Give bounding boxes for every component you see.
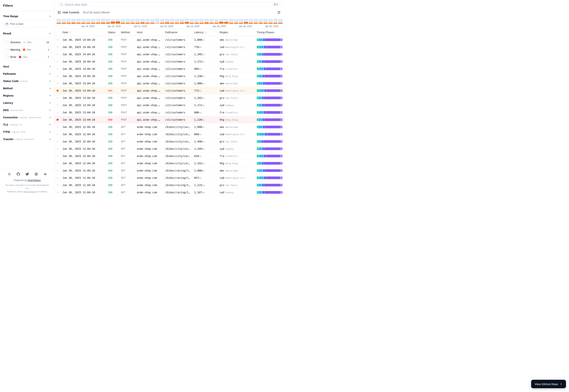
table-row[interactable]: Jan 30, 2025 12:04:10 200 GET acme-shop.… (55, 152, 284, 160)
filter-section-pathname[interactable]: Pathname (3, 70, 51, 77)
cell-indicator[interactable] (55, 87, 60, 94)
twitter-link[interactable] (26, 172, 29, 176)
cell-indicator[interactable] (55, 160, 60, 167)
cell-indicator[interactable] (55, 174, 60, 182)
histogram-bar[interactable] (150, 19, 155, 24)
table-row[interactable]: Jan 30, 2025 12:04:10 200 GET acme-shop.… (55, 123, 284, 131)
table-row[interactable]: Jan 30, 2025 12:04:10 200 GET acme-shop.… (55, 160, 284, 167)
cell-indicator[interactable] (55, 167, 60, 174)
cell-indicator[interactable] (55, 58, 60, 65)
header-latency[interactable]: Latency (192, 29, 218, 36)
histogram-bar[interactable] (170, 19, 174, 24)
histogram-bar[interactable] (56, 19, 61, 24)
histogram-bar[interactable] (160, 19, 165, 24)
histogram-bar[interactable] (116, 19, 120, 24)
result-checkbox[interactable] (5, 41, 8, 44)
theme-toggle-button[interactable] (8, 172, 11, 176)
table-row[interactable]: Jan 30, 2025 12:04:10 200 GET acme-shop.… (55, 131, 284, 138)
histogram-bar[interactable] (194, 19, 199, 24)
histogram-bar[interactable] (76, 19, 81, 24)
histogram-bar[interactable] (264, 19, 268, 24)
histogram-bar[interactable] (219, 19, 223, 24)
histogram-bar[interactable] (71, 19, 76, 24)
table-row[interactable]: Jan 30, 2025 14:04:10 200 POST api.acme-… (55, 72, 284, 80)
table-row[interactable]: Jan 30, 2025 13:04:10 200 POST api.acme-… (55, 109, 284, 116)
cell-indicator[interactable] (55, 138, 60, 145)
header-date[interactable]: Date (60, 29, 106, 36)
histogram-bar[interactable] (278, 19, 283, 24)
table-row[interactable]: Jan 30, 2025 11:04:10 200 GET acme-shop.… (55, 189, 284, 196)
histogram-bar[interactable] (121, 19, 125, 24)
table-row[interactable]: Jan 30, 2025 14:04:10 200 POST api.acme-… (55, 36, 284, 43)
filter-section-method[interactable]: Method (3, 85, 51, 92)
histogram-bar[interactable] (180, 19, 184, 24)
filter-section-status-code[interactable]: Status Code status (3, 77, 51, 85)
result-option-success[interactable]: Success 2xx 28 (3, 39, 51, 46)
github-link[interactable] (17, 172, 20, 176)
table-row[interactable]: Jan 30, 2025 11:04:10 200 GET acme-shop.… (55, 182, 284, 189)
histogram-bar[interactable] (259, 19, 263, 24)
histogram-bar[interactable] (111, 19, 115, 24)
cell-indicator[interactable] (55, 109, 60, 116)
table-row[interactable]: Jan 30, 2025 12:04:10 200 GET acme-shop.… (55, 138, 284, 145)
table-row[interactable]: Jan 30, 2025 13:04:10 200 POST api.acme-… (55, 80, 284, 87)
histogram-bar[interactable] (67, 19, 71, 24)
table-row[interactable]: Jan 30, 2025 14:04:10 200 POST api.acme-… (55, 43, 284, 51)
section-result[interactable]: Result (3, 29, 51, 38)
histogram-bar[interactable] (91, 19, 96, 24)
cell-indicator[interactable] (55, 94, 60, 101)
cell-indicator[interactable] (55, 65, 60, 72)
result-option-warning[interactable]: Warning 4xx 1 (3, 46, 51, 53)
histogram-bar[interactable] (96, 19, 100, 24)
cell-indicator[interactable] (55, 116, 60, 123)
cell-indicator[interactable] (55, 80, 60, 87)
histogram-bar[interactable] (106, 19, 110, 24)
histogram-bar[interactable] (273, 19, 278, 24)
result-checkbox[interactable] (5, 56, 8, 58)
histogram-bar[interactable] (155, 19, 159, 24)
result-option-error[interactable]: Error 5xx 1 (3, 53, 51, 60)
table-row[interactable]: Jan 30, 2025 14:04:10 200 POST api.acme-… (55, 65, 284, 72)
filter-section-regions[interactable]: Regions (3, 92, 51, 99)
header-region[interactable]: Region (218, 29, 255, 36)
filter-section-tls[interactable]: TLS timing.tls (3, 121, 51, 128)
header-status[interactable]: Status (106, 29, 119, 36)
histogram-bar[interactable] (204, 19, 209, 24)
filter-section-latency[interactable]: Latency (3, 99, 51, 107)
website-link[interactable] (35, 172, 38, 176)
histogram-bar[interactable] (86, 19, 91, 24)
histogram-bar[interactable] (239, 19, 243, 24)
histogram-bar[interactable] (268, 19, 273, 24)
filter-section-dns[interactable]: DNS timing.dns (3, 107, 51, 114)
view-options-button[interactable] (277, 10, 281, 15)
table-row[interactable]: Jan 30, 2025 11:04:10 200 GET acme-shop.… (55, 167, 284, 174)
histogram-bar[interactable] (175, 19, 179, 24)
command-menu-button[interactable] (44, 172, 47, 176)
table-row[interactable]: Jan 30, 2025 14:04:10 200 POST api.acme-… (55, 51, 284, 58)
filter-section-ttfb[interactable]: TTFB timing.ttfb (3, 128, 51, 136)
cell-indicator[interactable] (55, 43, 60, 51)
histogram-bar[interactable] (140, 19, 145, 24)
histogram-bar[interactable] (81, 19, 86, 24)
histogram-bar[interactable] (249, 19, 253, 24)
cell-indicator[interactable] (55, 131, 60, 138)
histogram-bar[interactable] (214, 19, 219, 24)
histogram-bar[interactable] (229, 19, 234, 24)
result-checkbox[interactable] (5, 48, 8, 51)
histogram-bar[interactable] (62, 19, 66, 24)
histogram-bar[interactable] (126, 19, 130, 24)
table-row[interactable]: Jan 30, 2025 13:04:10 404 POST api.acme-… (55, 87, 284, 94)
histogram-bar[interactable] (209, 19, 214, 24)
header-host[interactable]: Host (135, 29, 163, 36)
table-row[interactable]: Jan 30, 2025 11:04:10 200 GET acme-shop.… (55, 174, 284, 182)
open-issue-link[interactable]: open an issue (24, 190, 37, 193)
cell-indicator[interactable] (55, 101, 60, 109)
histogram-bar[interactable] (145, 19, 150, 24)
cell-indicator[interactable] (55, 145, 60, 152)
table-row[interactable]: Jan 30, 2025 13:04:10 200 POST api.acme-… (55, 101, 284, 109)
table-row[interactable]: Jan 30, 2025 13:04:10 200 POST api.acme-… (55, 94, 284, 101)
date-picker-button[interactable]: Pick a date (3, 20, 51, 27)
filter-section-host[interactable]: Host (3, 63, 51, 70)
cell-indicator[interactable] (55, 72, 60, 80)
header-pathname[interactable]: Pathname (163, 29, 192, 36)
